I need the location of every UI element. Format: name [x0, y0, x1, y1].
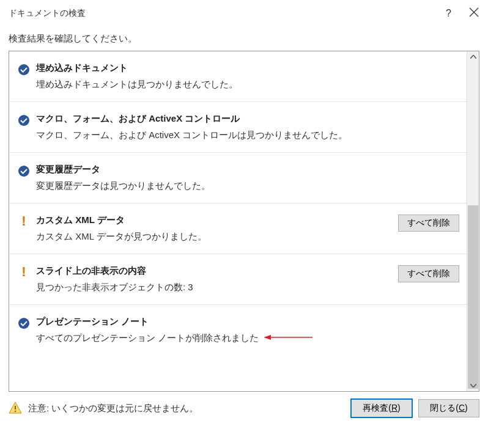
- result-desc: 見つかった非表示オブジェクトの数: 3: [36, 282, 398, 293]
- result-desc-text: すべてのプレゼンテーション ノートが削除されました: [36, 332, 259, 344]
- status-icon: !: [18, 265, 36, 293]
- result-title: スライド上の非表示の内容: [36, 265, 398, 277]
- warning-triangle-icon: [9, 401, 22, 416]
- result-title: マクロ、フォーム、および ActiveX コントロール: [36, 113, 459, 125]
- result-desc: すべてのプレゼンテーション ノートが削除されました: [36, 332, 459, 344]
- result-body: カスタム XML データ カスタム XML データが見つかりました。: [36, 215, 398, 243]
- result-item: ! カスタム XML データ カスタム XML データが見つかりました。 すべて…: [9, 203, 467, 254]
- result-action: すべて削除: [398, 265, 459, 293]
- status-icon: !: [18, 215, 36, 243]
- remove-all-button[interactable]: すべて削除: [398, 215, 459, 232]
- status-icon: [18, 164, 36, 192]
- instructions-text: 検査結果を確認してください。: [0, 27, 488, 47]
- result-item: マクロ、フォーム、および ActiveX コントロール マクロ、フォーム、および…: [9, 101, 467, 152]
- exclamation-icon: !: [18, 216, 30, 227]
- check-icon: [18, 169, 30, 179]
- svg-point-2: [18, 64, 29, 75]
- result-item: 変更履歴データ 変更履歴データは見つかりませんでした。: [9, 152, 467, 203]
- close-icon[interactable]: [468, 7, 479, 20]
- footer-warning: 注意: いくつかの変更は元に戻せません。: [9, 401, 198, 416]
- remove-all-button[interactable]: すべて削除: [398, 265, 459, 282]
- dialog-title: ドキュメントの検査: [9, 8, 86, 19]
- footer-buttons: 再検査(R) 閉じる(C): [351, 399, 479, 417]
- check-icon: [18, 321, 30, 331]
- result-title: カスタム XML データ: [36, 215, 398, 226]
- svg-point-3: [18, 115, 29, 126]
- close-button[interactable]: 閉じる(C): [418, 399, 479, 417]
- result-title: 埋め込みドキュメント: [36, 62, 459, 74]
- titlebar: ドキュメントの検査 ?: [0, 0, 488, 27]
- help-icon[interactable]: ?: [446, 8, 451, 19]
- arrow-icon: [264, 332, 312, 344]
- scrollbar[interactable]: [467, 51, 479, 391]
- exclamation-icon: !: [18, 266, 30, 277]
- footer-warning-text: 注意: いくつかの変更は元に戻せません。: [28, 403, 198, 414]
- result-desc: マクロ、フォーム、および ActiveX コントロールは見つかりませんでした。: [36, 130, 459, 141]
- svg-point-9: [15, 410, 16, 411]
- result-action: すべて削除: [398, 215, 459, 243]
- result-item: ! スライド上の非表示の内容 見つかった非表示オブジェクトの数: 3 すべて削除: [9, 254, 467, 304]
- scrollbar-thumb[interactable]: [468, 205, 478, 389]
- result-desc: カスタム XML データが見つかりました。: [36, 231, 398, 243]
- svg-point-5: [18, 318, 29, 329]
- reinspect-button[interactable]: 再検査(R): [351, 399, 412, 417]
- result-body: マクロ、フォーム、および ActiveX コントロール マクロ、フォーム、および…: [36, 113, 459, 141]
- check-icon: [18, 119, 30, 128]
- window-controls: ?: [446, 7, 479, 20]
- svg-point-4: [18, 166, 29, 177]
- results-list: 埋め込みドキュメント 埋め込みドキュメントは見つかりませんでした。 マクロ、フォ…: [9, 51, 467, 391]
- result-body: 変更履歴データ 変更履歴データは見つかりませんでした。: [36, 164, 459, 192]
- dialog-footer: 注意: いくつかの変更は元に戻せません。 再検査(R) 閉じる(C): [0, 392, 488, 425]
- result-title: 変更履歴データ: [36, 164, 459, 175]
- result-body: スライド上の非表示の内容 見つかった非表示オブジェクトの数: 3: [36, 265, 398, 293]
- svg-marker-7: [264, 335, 271, 340]
- result-desc: 埋め込みドキュメントは見つかりませんでした。: [36, 79, 459, 90]
- scroll-up-icon[interactable]: [467, 51, 479, 62]
- result-item: プレゼンテーション ノート すべてのプレゼンテーション ノートが削除されました: [9, 304, 467, 355]
- result-body: プレゼンテーション ノート すべてのプレゼンテーション ノートが削除されました: [36, 316, 459, 344]
- results-panel: 埋め込みドキュメント 埋め込みドキュメントは見つかりませんでした。 マクロ、フォ…: [9, 51, 479, 392]
- status-icon: [18, 316, 36, 344]
- status-icon: [18, 62, 36, 90]
- scroll-down-icon[interactable]: [467, 380, 479, 391]
- result-desc: 変更履歴データは見つかりませんでした。: [36, 180, 459, 192]
- result-item: 埋め込みドキュメント 埋め込みドキュメントは見つかりませんでした。: [9, 51, 467, 101]
- status-icon: [18, 113, 36, 141]
- result-title: プレゼンテーション ノート: [36, 316, 459, 328]
- result-body: 埋め込みドキュメント 埋め込みドキュメントは見つかりませんでした。: [36, 62, 459, 90]
- check-icon: [18, 68, 30, 78]
